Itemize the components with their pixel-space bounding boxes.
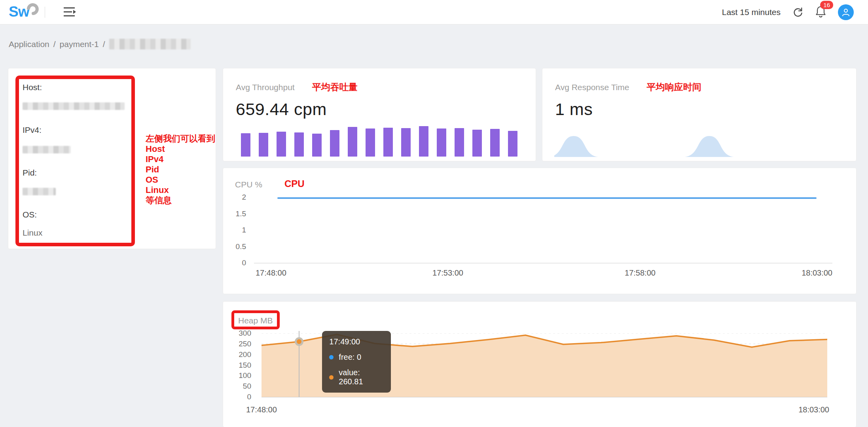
throughput-bar-chart[interactable] [241,126,517,157]
heap-y-tick: 50 [243,382,251,391]
host-value-redacted [23,102,125,110]
cpu-y-tick: 1 [242,226,246,234]
heap-y-tick: 250 [239,340,251,348]
cpu-annotation: CPU [284,178,305,189]
top-bar: Sw Last 15 minutes 16 [0,0,868,25]
cpu-line-series [277,197,817,199]
cpu-y-axis: 21.510.50 [223,197,251,263]
topbar-actions: Last 15 minutes 16 [722,0,854,25]
throughput-bar [490,129,500,157]
throughput-annotation: 平均吞吐量 [312,81,358,93]
tooltip-row: free: 0 [329,353,384,362]
heap-chart-card: Heap MB 300250200150100500 17:49:00 free… [223,301,857,427]
tooltip-value-text: value: 260.81 [339,368,384,386]
throughput-bar [241,133,250,157]
cpu-x-tick: 17:58:00 [625,268,656,278]
response-label: Avg Response Time [555,83,629,92]
throughput-bar [455,128,464,157]
ipv4-label: IPv4: [23,125,42,135]
throughput-bar [508,131,517,157]
heap-x-tick-end: 18:03:00 [798,405,829,414]
cpu-x-tick: 18:03:00 [802,268,832,278]
time-range-selector[interactable]: Last 15 minutes [722,8,781,17]
user-avatar[interactable] [838,4,854,20]
throughput-bar [366,128,375,157]
breadcrumb-service[interactable]: payment-1 [60,40,99,49]
cpu-chart-card: CPU % CPU 21.510.50 17:48:0017:53:0017:5… [223,168,857,294]
breadcrumb-application[interactable]: Application [9,40,49,49]
avg-response-time-card: Avg Response Time 平均响应时间 1 ms [542,68,857,161]
sidebar-toggle-icon[interactable] [63,6,78,18]
throughput-bar [348,127,357,157]
app-logo[interactable]: Sw [9,3,39,21]
breadcrumb: Application / payment-1 / [9,39,191,49]
response-annotation: 平均响应时间 [647,81,701,93]
tooltip-free-text: free: 0 [339,353,361,362]
heap-y-tick: 300 [239,329,251,338]
tooltip-time: 17:49:00 [329,337,384,346]
os-value: Linux [23,228,42,238]
pid-label: Pid: [23,168,37,178]
heap-x-axis-line [262,397,827,397]
throughput-bar [330,130,339,157]
logo-swoosh-icon [27,2,39,17]
chart-tooltip: 17:49:00 free: 0 value: 260.81 [322,331,391,393]
divider [45,7,45,18]
tooltip-row: value: 260.81 [329,368,384,386]
free-series-dot-icon [329,355,334,359]
cpu-x-tick: 17:48:00 [256,268,286,278]
heap-y-tick: 100 [239,371,251,380]
red-annotation-box [15,76,135,246]
cpu-y-tick: 0.5 [236,242,246,251]
response-value: 1 ms [555,100,843,119]
refresh-button[interactable] [792,7,804,18]
notification-badge: 16 [820,1,833,9]
heap-chart-title: Heap MB [238,316,273,325]
breadcrumb-redacted-instance [109,39,191,49]
heap-y-tick: 0 [247,393,251,401]
cpu-y-tick: 1.5 [236,210,246,218]
breadcrumb-separator: / [103,40,105,49]
cpu-x-axis-line [254,263,832,263]
refresh-icon [792,7,804,18]
notifications-button[interactable]: 16 [815,6,826,19]
avg-throughput-card: Avg Throughput 平均吞吐量 659.44 cpm [223,68,536,161]
throughput-bar [312,134,322,157]
logo-text: Sw [9,3,29,21]
user-icon [841,8,851,17]
cpu-x-tick: 17:53:00 [432,268,463,278]
cpu-x-axis: 17:48:0017:53:0017:58:0018:03:00 [256,268,832,279]
heap-plot-area[interactable]: 17:49:00 free: 0 value: 260.81 [262,333,827,397]
throughput-bar [277,132,286,157]
breadcrumb-separator: / [53,40,56,49]
host-label: Host: [23,83,42,92]
throughput-bar [437,128,446,157]
throughput-bar [383,128,393,157]
throughput-bar [419,126,428,157]
ipv4-value-redacted [23,146,71,153]
throughput-bar [259,133,268,157]
response-area-chart[interactable] [554,134,845,159]
heap-y-tick: 200 [239,350,251,359]
throughput-bar [472,130,482,157]
throughput-bar [401,128,411,157]
cpu-y-tick: 0 [242,259,246,267]
heap-y-axis: 300250200150100500 [223,333,257,397]
cpu-y-tick: 2 [242,193,246,202]
pid-value-redacted [23,188,56,195]
cpu-plot-area[interactable] [256,197,827,263]
os-label: OS: [23,210,37,219]
value-series-dot-icon [329,375,334,380]
heap-x-tick-start: 17:48:00 [246,405,277,414]
throughput-value: 659.44 cpm [236,100,523,119]
throughput-label: Avg Throughput [236,83,295,92]
throughput-bar [294,132,304,157]
left-annotation-note: 左侧我们可以看到 Host IPv4 Pid OS Linux 等信息 [146,134,215,206]
heap-y-tick: 150 [239,361,251,370]
cpu-chart-title: CPU % [235,180,262,189]
